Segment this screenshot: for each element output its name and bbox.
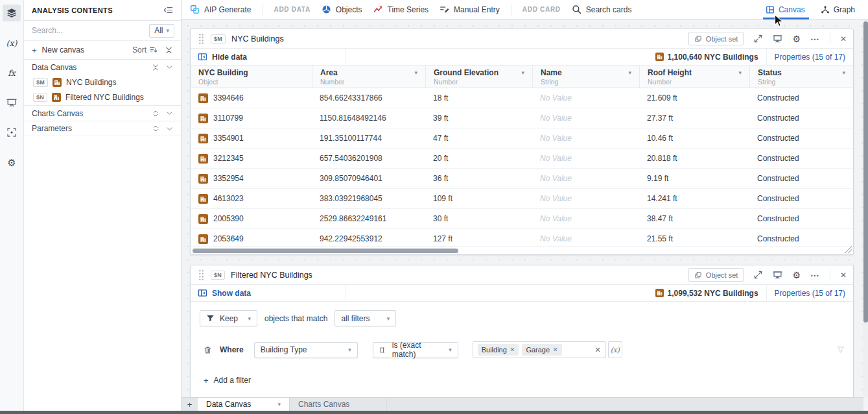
table-row[interactable]: 3212345 657.54036201908 20 ft No Value 2… [191,149,853,169]
remove-chip-icon[interactable]: ✕ [510,347,515,353]
card-settings-icon[interactable]: ⚙ [792,34,801,43]
maximize-icon[interactable] [753,34,763,43]
close-icon[interactable]: ✕ [840,271,847,280]
filter-value-chip[interactable]: Building ✕ [478,344,519,356]
add-canvas-tab-button[interactable]: + [182,398,198,411]
show-data-button[interactable]: Show data [191,285,346,302]
chevron-down-icon[interactable] [166,64,173,71]
close-icon[interactable]: ✕ [840,34,847,43]
chevron-down-icon: ▾ [248,315,251,322]
filter-operator-select[interactable]: is (exact match) ▾ [373,342,458,358]
canvas-item-label: NYC Buildings [66,78,116,87]
section-data-canvas[interactable]: Data Canvas [24,60,181,75]
time-series-button[interactable]: Time Series [373,0,429,19]
sort-button[interactable]: Sort [132,45,158,55]
section-charts-canvas[interactable]: Charts Canvas [24,105,181,121]
objects-button[interactable]: Objects [322,0,362,19]
reorder-icon[interactable] [152,110,159,117]
duplicate-icon [694,271,702,279]
scope-filter-select[interactable]: All ▾ [149,24,174,38]
show-data-icon [198,288,207,298]
tab-charts-canvas[interactable]: Charts Canvas [290,398,387,411]
collapse-panel-icon[interactable] [163,5,173,15]
scrollbar-thumb[interactable] [863,21,868,323]
more-icon[interactable]: ⋯ [810,270,820,280]
filter-icon [206,314,215,323]
search-cards-button[interactable]: Search cards [572,0,632,19]
canvas-item[interactable]: $N Filtered NYC Buildings [24,90,181,104]
filtered-nyc-buildings-card: $N Filtered NYC Buildings Object set ⚙ ⋯… [190,265,854,397]
presentation-icon[interactable] [3,94,21,111]
clear-values-icon[interactable]: ✕ [594,346,600,354]
table-row[interactable]: 3354901 191.35100117744 47 ft No Value 1… [191,128,853,149]
chevron-down-icon[interactable] [166,110,173,117]
filter-values-input[interactable]: Building ✕ Garage ✕ ✕ [473,341,606,358]
collapse-all-icon[interactable] [152,64,159,71]
table-row[interactable]: 3394646 854.66243317866 18 ft No Value 2… [191,88,853,108]
keep-select[interactable]: Keep ▾ [200,310,257,326]
reorder-icon[interactable] [152,125,159,132]
present-icon[interactable] [773,270,782,280]
resize-handle[interactable] [845,246,852,253]
aip-generate-button[interactable]: AIP Generate [190,0,252,19]
sort-icon [149,45,158,55]
properties-link[interactable]: Properties (15 of 17) [767,53,853,62]
tab-graph[interactable]: Graph [821,0,855,19]
column-menu-caret[interactable]: ▾ [842,69,845,76]
table-row[interactable]: 3110799 1150.81648492146 39 ft No Value … [191,108,853,128]
table-row[interactable]: 3352954 309.85070946401 36 ft No Value 9… [191,169,853,189]
building-icon [198,234,208,244]
settings-icon[interactable]: ⚙ [3,154,21,171]
column-header[interactable]: Area▾ Number [312,66,425,88]
hide-data-button[interactable]: Hide data [191,49,346,66]
layers-icon[interactable] [3,5,21,21]
column-menu-caret[interactable]: ▾ [628,69,631,76]
delete-filter-icon[interactable] [204,346,212,354]
maximize-icon[interactable] [753,270,763,280]
properties-link[interactable]: Properties (15 of 17) [767,289,853,298]
object-set-button[interactable]: Object set [688,268,744,282]
filter-field-select[interactable]: Building Type ▾ [254,342,358,358]
present-icon[interactable] [773,34,782,43]
collapse-all-icon[interactable] [165,46,173,55]
functions-icon[interactable]: fx [3,64,21,81]
table-row[interactable]: 2005390 2529.86632249161 30 ft No Value … [191,209,853,229]
focus-icon[interactable] [3,124,21,141]
add-filter-button[interactable]: + Add a filter [204,376,853,385]
drag-handle-icon[interactable] [198,33,204,44]
match-mode-select[interactable]: all filters ▾ [334,310,396,326]
filter-value-chip[interactable]: Garage ✕ [522,344,561,356]
building-icon [198,114,208,123]
variables-icon[interactable]: (x) [3,34,21,51]
add-card-label: ADD CARD [522,6,561,13]
card-title: NYC Buildings [231,34,284,43]
objects-icon [322,5,331,14]
canvas-item[interactable]: $M NYC Buildings [24,75,181,90]
tab-data-canvas[interactable]: Data Canvas ▾ [198,398,290,411]
column-menu-caret[interactable]: ▾ [521,69,524,76]
column-menu-caret[interactable]: ▾ [738,69,742,76]
vertical-scrollbar[interactable] [863,19,868,397]
table-row[interactable]: 4613023 383.03921968045 109 ft No Value … [191,189,853,209]
column-menu-caret[interactable]: ▾ [414,69,417,76]
column-header[interactable]: Roof Height▾ Number [639,66,749,88]
card-settings-icon[interactable]: ⚙ [792,271,801,280]
expression-toggle-button[interactable]: (x) [608,341,622,358]
more-icon[interactable]: ⋯ [810,34,820,44]
chevron-down-icon[interactable] [166,125,173,132]
column-header[interactable]: Name▾ String [532,66,639,88]
scrollbar-thumb[interactable] [193,249,458,253]
manual-entry-button[interactable]: Manual Entry [440,0,500,19]
horizontal-scrollbar[interactable] [191,246,852,254]
app-window: { "icons": {"caret":"▾","close":"✕","mor… [0,0,868,414]
remove-chip-icon[interactable]: ✕ [553,347,558,353]
advanced-filter-icon[interactable] [837,346,845,354]
object-set-button[interactable]: Object set [688,32,744,45]
column-header[interactable]: NYC Building Object [191,66,312,88]
column-header[interactable]: Status▾ String [749,66,853,88]
drag-handle-icon[interactable] [198,269,204,280]
new-canvas-button[interactable]: + New canvas [32,45,84,55]
search-input[interactable] [32,26,144,35]
section-parameters[interactable]: Parameters [24,121,181,136]
column-header[interactable]: Ground Elevation▾ Number [425,66,532,88]
